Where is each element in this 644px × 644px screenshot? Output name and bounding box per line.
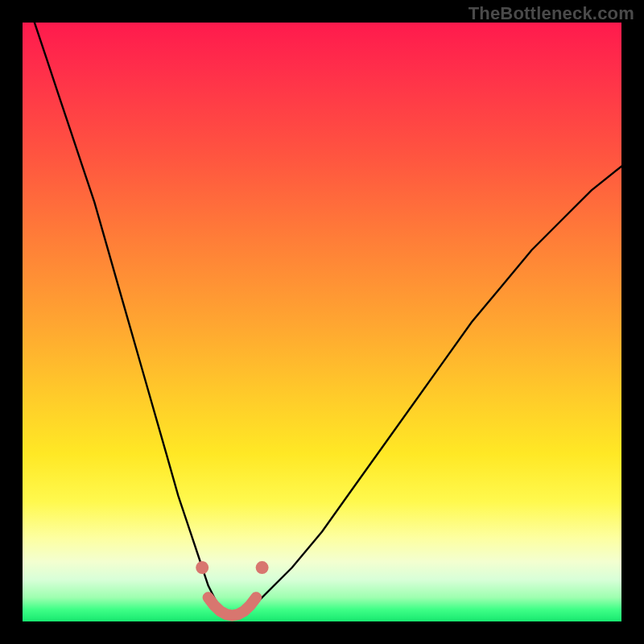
watermark-text: TheBottleneck.com [469, 3, 634, 24]
chart-frame: TheBottleneck.com [0, 0, 644, 644]
bottleneck-curve-path [35, 23, 621, 618]
marker-right [256, 561, 269, 574]
bottom-segment [208, 597, 257, 615]
marker-left [196, 561, 208, 574]
plot-area [23, 23, 621, 621]
curve-svg [23, 23, 621, 621]
